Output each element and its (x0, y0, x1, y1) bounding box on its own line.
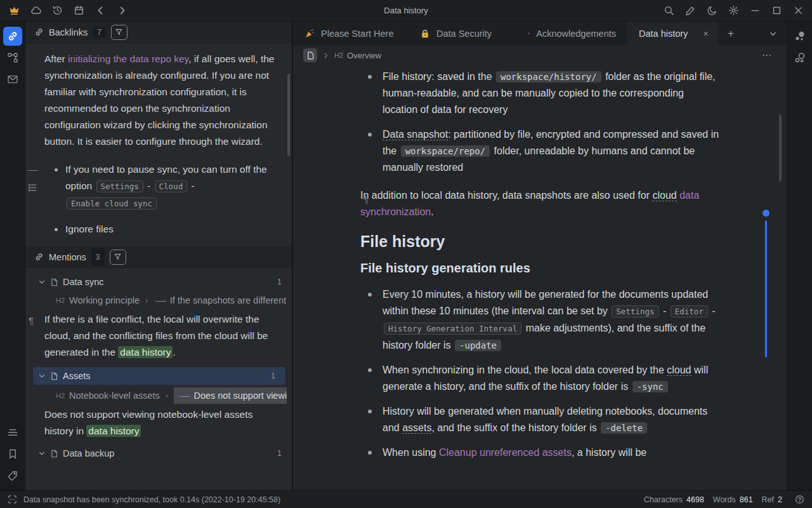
editor-list-item[interactable]: History will be generated when manually … (360, 403, 719, 436)
global-graph-icon[interactable] (790, 48, 809, 67)
forward-icon[interactable] (113, 3, 131, 19)
heading-tag: H2 (56, 387, 65, 404)
bookmark-icon[interactable] (3, 444, 22, 464)
tree-row-data-backup[interactable]: Data backup 1 (25, 444, 292, 462)
editor-scrollbar[interactable] (779, 114, 782, 182)
backlinks-panel: Backlinks 7 After initializing the data … (25, 22, 293, 490)
ref-value: 2 (778, 495, 782, 504)
mention-breadcrumb[interactable]: H2 Notebook-level assets › ·—Does not su… (25, 387, 292, 404)
status-message-group: Data snapshot has been synchronized, too… (8, 495, 280, 504)
backlink-paragraph[interactable]: After initializing the data repo key, if… (25, 43, 292, 152)
tree-doc-label: Data backup (63, 445, 114, 462)
backlinks-content: After initializing the data repo key, if… (25, 43, 292, 490)
backlink-list-item[interactable]: — If you need to pause sync, you can tur… (44, 161, 275, 212)
heading-file-history[interactable]: File history (360, 233, 719, 250)
status-message: Data snapshot has been synchronized, too… (23, 495, 280, 504)
snapshot-icon (8, 495, 17, 504)
history-icon[interactable] (48, 3, 66, 19)
editor-paragraph[interactable]: ¶ In addition to local data history, dat… (360, 187, 719, 220)
mentions-filter-button[interactable] (110, 250, 126, 265)
characters-value: 4698 (686, 495, 704, 504)
maximize-icon[interactable] (768, 3, 785, 19)
panel-scrollbar[interactable] (287, 74, 290, 156)
inbox-icon[interactable] (3, 70, 22, 89)
mentions-header: Mentions 3 (25, 246, 292, 268)
tree-row-assets[interactable]: Assets 1 (33, 367, 285, 385)
edit-icon[interactable] (681, 3, 699, 19)
settings-gear-icon[interactable] (724, 3, 742, 19)
tab-label: Data Security (436, 29, 492, 39)
mention-paragraph[interactable]: ¶ If there is a file conflict, the local… (25, 309, 292, 364)
tree-doc-count: 1 (277, 445, 282, 462)
tab-menu-chevron-icon[interactable] (759, 22, 787, 46)
calendar-icon[interactable] (70, 3, 88, 19)
titlebar-right (660, 3, 812, 19)
titlebar: Data history (0, 0, 812, 22)
breadcrumb-doc-icon[interactable] (303, 48, 317, 62)
workspace-crown-icon[interactable] (5, 3, 23, 19)
tab-close-icon[interactable]: × (703, 29, 708, 39)
editor-list-item[interactable]: Every 10 minutes, a history will be gene… (360, 286, 719, 354)
tab-acknowledgements[interactable]: Acknowledgements (516, 22, 627, 46)
scroll-position-dot (763, 210, 769, 217)
gutter-drag-icon[interactable]: — (28, 161, 38, 178)
theme-moon-icon[interactable] (703, 3, 721, 19)
new-tab-button[interactable]: + (717, 22, 744, 46)
chevron-down-icon[interactable] (38, 278, 46, 286)
editor-list-item[interactable]: Data snapshot: partitioned by file, encr… (360, 126, 719, 176)
cloud-sync-icon[interactable] (27, 3, 44, 19)
breadcrumb-more-button[interactable]: ⋯ (762, 50, 773, 61)
close-icon[interactable] (789, 3, 807, 19)
editor-list-item[interactable]: File history: saved in the workspace/his… (360, 69, 719, 118)
graph-icon[interactable] (790, 27, 809, 46)
link-icon (34, 27, 44, 37)
scroll-position-line (765, 220, 767, 358)
hierarchy-icon[interactable] (3, 48, 22, 67)
titlebar-left (0, 3, 131, 19)
heading-generation-rules[interactable]: File history generation rules (360, 260, 719, 276)
filter-icon (114, 253, 122, 261)
tab-data-security[interactable]: Data Security (409, 22, 516, 46)
search-icon[interactable] (660, 3, 678, 19)
backlink-list: — If you need to pause sync, you can tur… (25, 152, 292, 237)
tag-icon[interactable] (3, 466, 22, 485)
crumb-title: Working principle (69, 292, 140, 309)
document-icon (50, 278, 58, 286)
editor-list-item[interactable]: When synchronizing in the cloud, the loc… (360, 362, 719, 395)
help-icon[interactable] (795, 495, 804, 504)
left-dock (0, 22, 25, 490)
mentions-tree: Data sync 1 H2 Working principle › ·—If … (25, 268, 292, 462)
back-icon[interactable] (91, 3, 109, 19)
backlinks-link-icon[interactable] (3, 27, 22, 46)
tab-please-start-here[interactable]: Please Start Here (293, 22, 409, 46)
backlink-list-item[interactable]: Ignore files (44, 221, 275, 237)
document-icon (50, 372, 58, 380)
mention-breadcrumb[interactable]: H2 Working principle › ·—If the snapshot… (25, 292, 292, 309)
breadcrumb-heading-title[interactable]: Overview (347, 51, 381, 60)
mention-paragraph[interactable]: Does not support viewing notebook-level … (25, 404, 292, 443)
words-value: 861 (740, 495, 753, 504)
tab-data-history[interactable]: Data history × (627, 22, 717, 46)
gutter-list-icon[interactable] (28, 183, 37, 192)
editor[interactable]: File history: saved in the workspace/his… (293, 65, 787, 490)
chevron-down-icon[interactable] (38, 372, 46, 380)
backlinks-filter-button[interactable] (111, 25, 128, 40)
crumb-snippet-highlighted: ·—Does not support viewing (174, 387, 287, 404)
tree-row-data-sync[interactable]: Data sync 1 (25, 273, 292, 291)
filter-icon (115, 28, 123, 36)
editor-list-item[interactable]: When using Cleanup unreferenced assets, … (360, 444, 719, 461)
crumb-title: Notebook-level assets (69, 387, 160, 404)
backlinks-title: Backlinks (49, 27, 88, 37)
status-counters: Characters 4698 Words 861 Ref 2 (644, 495, 804, 504)
chevron-down-icon[interactable] (38, 450, 46, 457)
breadcrumb-separator-icon (322, 52, 329, 59)
block-gutter[interactable]: — (28, 161, 38, 192)
mentions-title: Mentions (49, 249, 86, 265)
outline-icon[interactable] (3, 423, 22, 442)
paragraph-icon: ¶ (29, 312, 34, 329)
document-icon (50, 450, 58, 458)
tree-doc-label: Data sync (63, 274, 103, 290)
tree-doc-count: 1 (271, 368, 275, 384)
minimize-icon[interactable] (746, 3, 764, 19)
tab-label: Acknowledgements (536, 29, 616, 39)
